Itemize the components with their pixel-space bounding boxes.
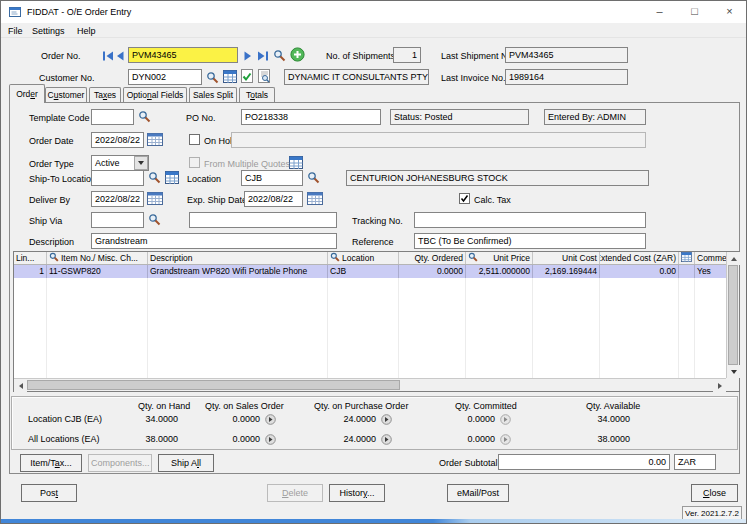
history-button[interactable]: History... — [329, 484, 385, 502]
tab-sales-split[interactable]: Sales Split — [189, 87, 237, 102]
customer-no-field[interactable]: DYN002 — [128, 69, 202, 85]
calc-tax-label: Calc. Tax — [474, 195, 511, 205]
menu-help[interactable]: Help — [77, 26, 96, 36]
template-code-field[interactable] — [91, 109, 134, 125]
cell-unit-price[interactable]: 2,511.000000 — [466, 265, 533, 278]
tracking-no-label: Tracking No. — [352, 216, 403, 226]
delete-button: Delete — [267, 484, 323, 502]
all-sales-order-drilldown-icon[interactable] — [265, 434, 276, 445]
grid-empty-area — [14, 278, 726, 378]
horizontal-scroll-thumb[interactable] — [27, 380, 400, 390]
order-type-dropdown-icon[interactable] — [134, 156, 148, 170]
cell-unit-cost[interactable]: 2,169.169444 — [533, 265, 600, 278]
location-field[interactable]: CJB — [241, 170, 303, 186]
order-finder-icon[interactable] — [273, 49, 286, 62]
customer-zoom-icon[interactable] — [257, 69, 271, 83]
customer-verify-icon[interactable] — [240, 69, 254, 83]
item-tax-button[interactable]: Item/Tax... — [20, 454, 82, 472]
tab-optional-fields[interactable]: Optional Fields — [123, 87, 187, 102]
location-finder-icon[interactable] — [307, 171, 320, 184]
maximize-icon[interactable]: □ — [677, 1, 712, 23]
menu-settings[interactable]: Settings — [32, 26, 65, 36]
grid-horizontal-scrollbar[interactable] — [14, 378, 726, 391]
next-record-icon[interactable] — [244, 51, 253, 61]
all-purchase-order-drilldown-icon[interactable] — [381, 434, 392, 445]
order-date-field[interactable]: 2022/08/22 — [91, 132, 144, 148]
location-label: Location — [187, 174, 221, 184]
all-on-hand: 38.0000 — [108, 434, 178, 444]
cell-line[interactable]: 1 — [14, 265, 47, 278]
order-line-row-selected[interactable]: 1 11-GSWP820 Grandstream WP820 Wifi Port… — [14, 265, 726, 278]
first-record-icon[interactable] — [102, 51, 114, 61]
on-hold-checkbox[interactable] — [189, 134, 200, 145]
cell-comments[interactable]: Yes — [695, 265, 726, 278]
vertical-scroll-thumb[interactable] — [728, 265, 738, 365]
ship-all-button[interactable]: Ship All — [158, 454, 214, 472]
tab-order[interactable]: Order — [9, 84, 45, 103]
deliver-by-label: Deliver By — [29, 195, 70, 205]
cell-comments-icon[interactable] — [679, 265, 695, 278]
reference-field[interactable]: TBC (To Be Confirmed) — [414, 233, 646, 249]
tab-customer[interactable]: Customer — [45, 87, 87, 102]
ship-to-location-field[interactable] — [91, 170, 144, 186]
cell-description[interactable]: Grandstream WP820 Wifi Portable Phone — [148, 265, 328, 278]
col-header-description[interactable]: Description — [148, 252, 328, 264]
col-header-extended-cost[interactable]: Extended Cost (ZAR) — [600, 252, 679, 264]
cjb-purchase-order-drilldown-icon[interactable] — [381, 414, 392, 425]
scroll-down-icon[interactable] — [727, 365, 740, 378]
cjb-committed-drilldown-icon[interactable] — [500, 414, 511, 425]
cell-qty-ordered[interactable]: 0.0000 — [399, 265, 466, 278]
new-order-icon[interactable] — [290, 47, 305, 62]
minimize-icon[interactable]: – — [642, 1, 677, 23]
tracking-no-field[interactable] — [414, 212, 646, 228]
customer-finder-icon[interactable] — [206, 71, 219, 84]
scroll-right-icon[interactable] — [713, 379, 726, 392]
close-button[interactable]: Close — [691, 484, 738, 502]
close-icon[interactable]: × — [712, 1, 747, 23]
col-header-unit-cost[interactable]: Unit Cost — [533, 252, 600, 264]
ship-via-finder-icon[interactable] — [148, 213, 161, 226]
template-finder-icon[interactable] — [138, 110, 151, 123]
exp-ship-calendar-icon[interactable] — [307, 192, 323, 205]
col-header-line[interactable]: Lin... — [14, 252, 47, 264]
ship-via-description-field[interactable] — [189, 212, 337, 228]
menu-file[interactable]: File — [8, 26, 23, 36]
col-header-comments-icon[interactable] — [679, 252, 695, 264]
email-post-button[interactable]: eMail/Post — [447, 484, 509, 502]
template-code-label: Template Code — [29, 113, 90, 123]
col-header-unit-price[interactable]: Unit Price — [466, 252, 533, 264]
last-invoice-label: Last Invoice No. — [441, 73, 506, 83]
col-header-item[interactable]: Item No./ Misc. Ch... — [47, 252, 148, 264]
exp-ship-date-field[interactable]: 2022/08/22 — [244, 191, 303, 207]
order-no-field[interactable]: PVM43465 — [128, 47, 238, 63]
tab-taxes[interactable]: Taxes — [89, 87, 121, 102]
scroll-left-icon[interactable] — [14, 379, 27, 392]
grid-vertical-scrollbar[interactable] — [726, 252, 739, 378]
post-button[interactable]: Post — [21, 484, 77, 502]
cjb-sales-order-drilldown-icon[interactable] — [265, 414, 276, 425]
previous-record-icon[interactable] — [115, 51, 124, 61]
ship-to-lookup-icon[interactable] — [165, 171, 179, 184]
cell-location[interactable]: CJB — [328, 265, 399, 278]
ship-via-field[interactable] — [91, 212, 144, 228]
col-header-location[interactable]: Location — [328, 252, 399, 264]
calc-tax-checkbox[interactable] — [459, 193, 470, 204]
customer-lookup-icon[interactable] — [223, 70, 237, 83]
order-date-calendar-icon[interactable] — [147, 133, 163, 146]
cell-item[interactable]: 11-GSWP820 — [47, 265, 148, 278]
cell-extended-cost[interactable]: 0.00 — [600, 265, 679, 278]
scroll-up-icon[interactable] — [727, 252, 740, 265]
deliver-by-field[interactable]: 2022/08/22 — [91, 191, 144, 207]
col-header-qty-ordered[interactable]: Qty. Ordered — [399, 252, 466, 264]
deliver-by-calendar-icon[interactable] — [147, 192, 163, 205]
tab-totals[interactable]: Totals — [239, 87, 275, 102]
all-committed-drilldown-icon[interactable] — [500, 434, 511, 445]
col-header-comments[interactable]: Comme — [695, 252, 726, 264]
po-no-field[interactable]: PO218338 — [241, 109, 381, 125]
price-finder-icon — [468, 252, 478, 264]
from-multiple-quotes-checkbox — [189, 157, 200, 168]
last-record-icon[interactable] — [257, 51, 269, 61]
ship-to-finder-icon[interactable] — [148, 171, 161, 184]
description-field[interactable]: Grandstream — [91, 233, 337, 249]
menu-bar: File Settings Help — [1, 23, 746, 38]
